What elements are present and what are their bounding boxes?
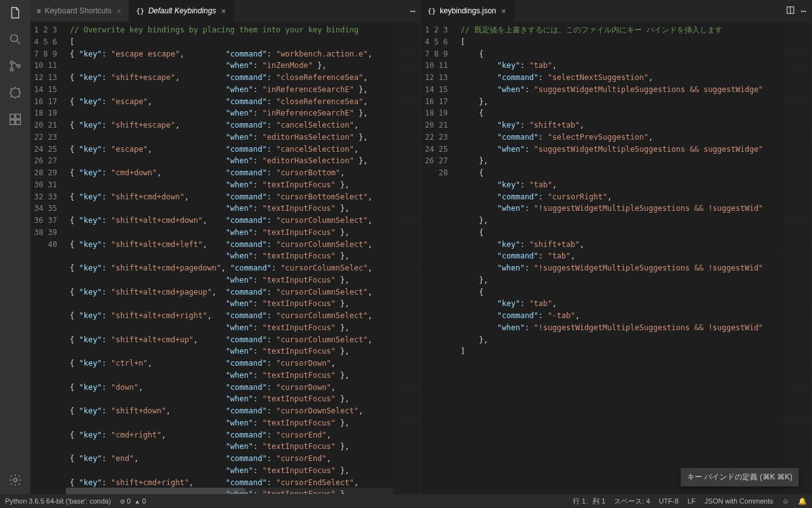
left-editor-pane: ≡Keyboard Shortcuts×{}Default Keybinding…: [30, 0, 421, 494]
bell-icon[interactable]: 🔔: [798, 497, 807, 505]
settings-icon[interactable]: [8, 472, 23, 488]
status-lncol[interactable]: 行 1、列 1: [573, 497, 605, 506]
right-editor[interactable]: 1 2 3 4 5 6 7 8 9 10 11 12 13 14 15 16 1…: [421, 22, 811, 494]
svg-point-2: [10, 68, 13, 71]
right-gutter: 1 2 3 4 5 6 7 8 9 10 11 12 13 14 15 16 1…: [421, 22, 457, 494]
status-encoding[interactable]: UTF-8: [659, 497, 679, 505]
debug-icon[interactable]: [8, 85, 23, 100]
status-python[interactable]: Python 3.6.5 64-bit ('base': conda): [5, 497, 111, 505]
search-icon[interactable]: [8, 32, 23, 47]
status-problems[interactable]: 0 0: [120, 497, 146, 505]
tab[interactable]: {}Default Keybindings×: [129, 0, 234, 22]
tab-label: Default Keybindings: [148, 6, 216, 15]
svg-rect-8: [16, 120, 20, 124]
svg-point-9: [13, 478, 17, 482]
tab-label: keybindings.json: [440, 6, 496, 15]
minimap[interactable]: [393, 22, 421, 494]
tab[interactable]: ≡Keyboard Shortcuts×: [30, 0, 129, 22]
left-editor[interactable]: 1 2 3 4 5 6 7 8 9 10 11 12 13 14 15 16 1…: [30, 22, 421, 494]
file-icon: {}: [136, 7, 144, 15]
right-editor-pane: {}keybindings.json× ⋯ 1 2 3 4 5 6 7 8 9 …: [421, 0, 812, 494]
close-icon[interactable]: ×: [115, 6, 123, 16]
editor-area: ≡Keyboard Shortcuts×{}Default Keybinding…: [30, 0, 812, 494]
close-icon[interactable]: ×: [500, 6, 508, 16]
file-icon: ≡: [37, 7, 41, 15]
left-gutter: 1 2 3 4 5 6 7 8 9 10 11 12 13 14 15 16 1…: [30, 22, 66, 494]
right-tabs: {}keybindings.json× ⋯: [421, 0, 811, 22]
svg-rect-7: [10, 120, 15, 124]
left-code[interactable]: // Overwrite key bindings by placing the…: [66, 22, 393, 494]
svg-point-0: [11, 35, 18, 42]
tab-label: Keyboard Shortcuts: [44, 6, 111, 15]
minimap[interactable]: [783, 22, 811, 494]
extensions-icon[interactable]: [8, 112, 23, 127]
right-code[interactable]: // 既定値を上書きするには、このファイル内にキー バインドを挿入します[ { …: [457, 22, 783, 494]
error-icon: [120, 497, 127, 505]
horizontal-scrollbar[interactable]: [66, 488, 393, 494]
status-spaces[interactable]: スペース: 4: [614, 497, 650, 506]
svg-point-4: [11, 88, 20, 98]
tab-overflow-icon[interactable]: ⋯: [801, 6, 806, 16]
status-bar: Python 3.6.5 64-bit ('base': conda) 0 0 …: [0, 494, 812, 508]
warning-icon: [134, 497, 142, 505]
activity-bar: [0, 0, 30, 494]
left-tabs: ≡Keyboard Shortcuts×{}Default Keybinding…: [30, 0, 421, 22]
svg-point-3: [17, 65, 20, 68]
split-editor-icon[interactable]: [786, 6, 795, 17]
tab[interactable]: {}keybindings.json×: [421, 0, 514, 22]
file-icon: {}: [428, 7, 436, 15]
svg-point-1: [10, 61, 13, 64]
status-eol[interactable]: LF: [688, 497, 696, 505]
tab-overflow-icon[interactable]: ⋯: [405, 0, 421, 22]
define-keybinding-button[interactable]: キー バインドの定義 (⌘K ⌘K): [681, 468, 799, 486]
svg-rect-6: [16, 114, 20, 119]
status-lang[interactable]: JSON with Comments: [705, 497, 773, 505]
svg-rect-5: [10, 114, 15, 119]
scm-icon[interactable]: [8, 58, 23, 74]
close-icon[interactable]: ×: [219, 6, 227, 16]
feedback-icon[interactable]: ☺: [782, 497, 789, 505]
files-icon[interactable]: [8, 5, 23, 20]
